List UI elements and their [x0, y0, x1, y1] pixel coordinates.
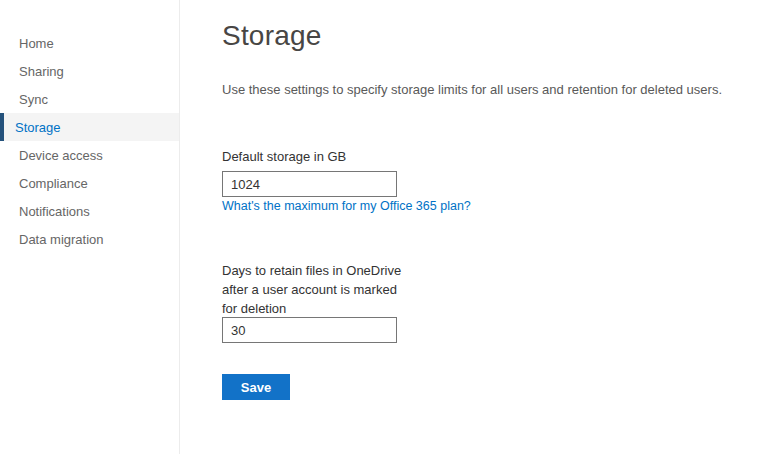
sidebar-item-sharing[interactable]: Sharing — [0, 57, 179, 85]
sidebar-item-device-access[interactable]: Device access — [0, 141, 179, 169]
page-description: Use these settings to specify storage li… — [222, 80, 752, 100]
sidebar-item-home[interactable]: Home — [0, 29, 179, 57]
sidebar-item-notifications[interactable]: Notifications — [0, 197, 179, 225]
office-365-plan-link[interactable]: What's the maximum for my Office 365 pla… — [222, 199, 471, 213]
storage-settings-panel: Storage Use these settings to specify st… — [181, 0, 768, 454]
sidebar-nav: HomeSharingSyncStorageDevice accessCompl… — [0, 0, 179, 253]
sidebar-item-compliance[interactable]: Compliance — [0, 169, 179, 197]
sidebar-item-data-migration[interactable]: Data migration — [0, 225, 179, 253]
default-storage-input[interactable] — [222, 171, 397, 197]
page-title: Storage — [222, 20, 321, 52]
default-storage-label: Default storage in GB — [222, 147, 346, 166]
save-button[interactable]: Save — [222, 374, 290, 400]
retention-days-input[interactable] — [222, 317, 397, 343]
settings-sidebar: HomeSharingSyncStorageDevice accessCompl… — [0, 0, 180, 454]
retention-days-label: Days to retain files in OneDrive after a… — [222, 261, 432, 318]
sidebar-item-sync[interactable]: Sync — [0, 85, 179, 113]
sidebar-item-storage[interactable]: Storage — [0, 113, 179, 141]
